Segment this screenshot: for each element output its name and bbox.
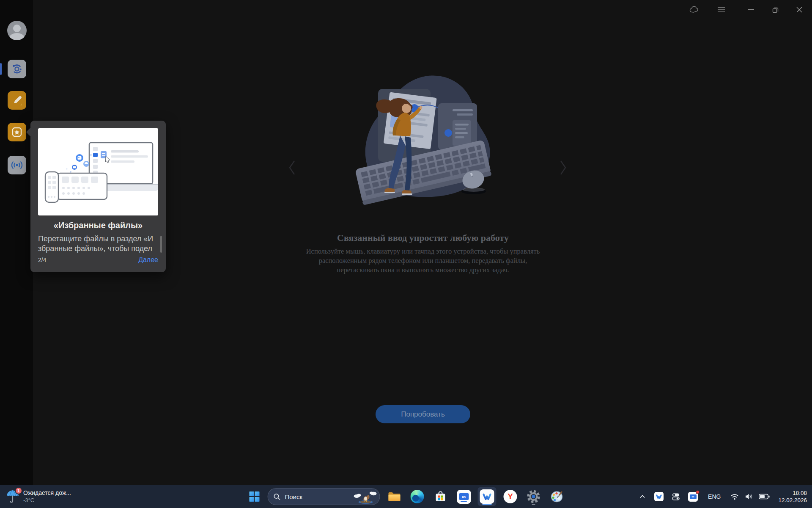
taskbar-file-explorer[interactable]: [385, 487, 403, 506]
active-app-indicator: [483, 504, 492, 505]
sidebar-item-notes[interactable]: [8, 91, 26, 110]
search-highlight-image: [353, 489, 378, 505]
carousel-prev-chevron[interactable]: [283, 157, 300, 179]
tray-notification-dot: [696, 490, 700, 494]
laptop-infinity-tray-icon: ∞: [688, 492, 698, 502]
sidebar: [0, 0, 33, 485]
feedback-cloud-icon[interactable]: [689, 4, 700, 15]
clock-time: 18:08: [793, 489, 807, 497]
paint-icon: [550, 489, 564, 504]
notification-badge: 1: [15, 487, 22, 494]
menu-hamburger-icon[interactable]: [716, 4, 727, 15]
taskbar-paint[interactable]: [548, 487, 566, 506]
tray-toggles[interactable]: [671, 492, 680, 501]
maximize-restore-button[interactable]: [770, 4, 781, 15]
linked-input-illustration: [347, 71, 499, 211]
sidebar-item-cast[interactable]: [8, 156, 26, 174]
file-explorer-icon: [387, 490, 401, 503]
taskbar-edge-browser[interactable]: [408, 487, 427, 506]
search-icon: [274, 493, 281, 500]
sidebar-active-indicator: [0, 63, 2, 75]
weather-headline: Ожидается дож...: [23, 489, 71, 497]
taskbar-unison-app[interactable]: ∞: [455, 487, 473, 506]
minimize-button[interactable]: [746, 4, 757, 15]
microsoft-store-icon: [434, 490, 447, 503]
edge-icon: [411, 490, 424, 503]
desktop: Связанный ввод упростит любую работу Исп…: [0, 0, 812, 508]
w-app-tray-icon: [654, 492, 664, 501]
sidebar-item-favorite-files[interactable]: [8, 123, 26, 141]
tour-card-scrollbar[interactable]: [160, 236, 162, 253]
wifi-icon: [730, 492, 739, 501]
tray-system-controls[interactable]: [730, 492, 770, 501]
clock-date: 12.02.2026: [778, 497, 807, 504]
start-button[interactable]: [246, 487, 263, 506]
taskbar-yandex-browser[interactable]: Y: [501, 487, 520, 506]
w-app-icon: [480, 489, 494, 504]
favorite-files-preview-image: [38, 128, 158, 215]
taskbar-w-app-active[interactable]: [478, 487, 497, 506]
tour-next-link[interactable]: Далее: [138, 256, 158, 264]
carousel-next-chevron[interactable]: [555, 157, 572, 179]
sidebar-item-device-connect[interactable]: [8, 60, 26, 78]
windows-logo-icon: [250, 491, 260, 502]
search-box[interactable]: Поиск: [268, 488, 380, 505]
yandex-icon: Y: [504, 490, 517, 503]
tray-clock[interactable]: 18:08 12.02.2026: [778, 489, 807, 504]
app-window: Связанный ввод упростит любую работу Исп…: [0, 0, 812, 485]
tray-w-app[interactable]: [654, 492, 664, 501]
laptop-infinity-icon: ∞: [457, 490, 471, 504]
weather-temperature: -3°C: [23, 497, 71, 504]
toggles-icon: [671, 492, 680, 501]
pencil-icon: [11, 94, 23, 107]
tour-tooltip-card: «Избранные файлы» Перетащите файлы в раз…: [30, 121, 166, 272]
tray-unison[interactable]: ∞: [688, 492, 698, 502]
device-connect-icon: [11, 63, 23, 75]
tray-language-indicator[interactable]: ENG: [708, 493, 721, 500]
tour-pagination: 2/4: [38, 257, 46, 263]
taskbar-microsoft-store[interactable]: [431, 487, 450, 506]
tour-card-title: «Избранные файлы»: [30, 221, 166, 230]
cast-signal-icon: [10, 159, 24, 171]
running-app-indicator: [532, 504, 535, 505]
search-placeholder: Поиск: [285, 493, 303, 500]
settings-gear-icon: [527, 489, 541, 504]
tour-card-body: Перетащите файлы в раздел «И збранные фа…: [38, 234, 153, 254]
close-button[interactable]: [794, 4, 805, 15]
favorites-star-icon: [11, 126, 23, 138]
user-avatar[interactable]: [7, 21, 27, 40]
battery-icon: [759, 494, 770, 500]
avatar-person-icon: [13, 25, 21, 32]
tray-show-hidden-icons[interactable]: [638, 492, 647, 501]
taskbar-settings[interactable]: [524, 487, 543, 506]
taskbar: 1 Ожидается дож... -3°C Поиск: [0, 485, 812, 508]
volume-icon: [744, 492, 754, 501]
weather-widget[interactable]: 1 Ожидается дож... -3°C: [3, 487, 74, 506]
try-button[interactable]: Попробовать: [376, 405, 470, 423]
